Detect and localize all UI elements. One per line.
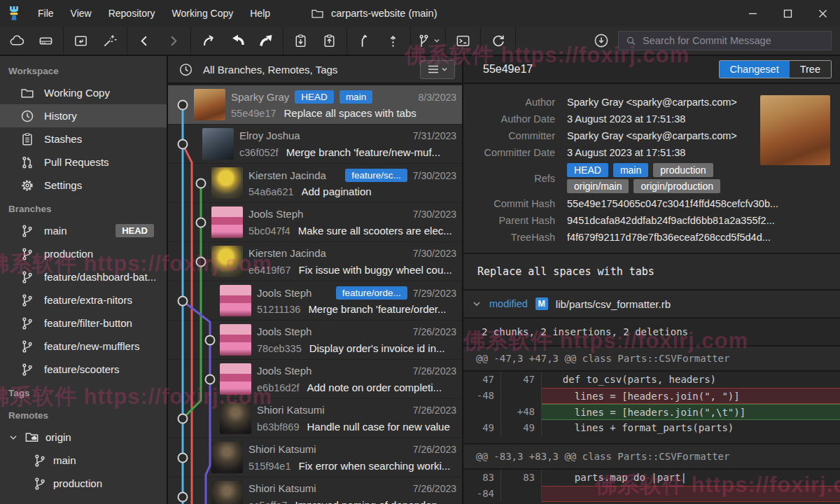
field-label: Author (463, 97, 567, 108)
commit-list-header: All Branches, Remotes, Tags (168, 56, 462, 84)
diff-code: def to_csv(parts, headers) (542, 372, 840, 388)
branch-icon (20, 270, 35, 285)
stash-button[interactable] (286, 29, 315, 52)
commit-short-hash: e6419f67 (248, 265, 290, 276)
ref-badge-feature-sc[interactable]: feature/sc... (345, 169, 407, 182)
drive-button[interactable] (31, 29, 60, 52)
terminal-button[interactable] (449, 29, 477, 52)
commit-search-input[interactable]: Search for Commit Message (618, 31, 832, 50)
create-branch-button[interactable] (350, 29, 379, 52)
commit-date: 7/30/2023 (413, 248, 456, 259)
pull-button[interactable] (223, 29, 251, 52)
branch-item-feature-dashboard-bat[interactable]: feature/dashboard-bat... (0, 265, 167, 288)
search-placeholder: Search for Commit Message (643, 35, 771, 46)
ref-badge-main[interactable]: main (613, 163, 648, 177)
ref-badge-origin-main[interactable]: origin/main (567, 179, 629, 193)
commit-detail-panel: 55e49e17 Changeset Tree AuthorSparky Gra… (463, 56, 840, 504)
commit-author: Kiersten Jacinda (248, 247, 326, 259)
close-button[interactable] (805, 0, 840, 27)
sidebar-item-stashes[interactable]: Stashes (0, 127, 167, 150)
commit-message: Add note on order completi... (307, 382, 442, 393)
window-controls (735, 0, 840, 27)
menu-help[interactable]: Help (241, 1, 279, 25)
app-logo-icon (7, 5, 21, 22)
ref-badge-head[interactable]: HEAD (567, 163, 608, 177)
branch-icon (20, 293, 35, 308)
ref-badge-production[interactable]: production (653, 163, 713, 177)
branch-label: feature/dashboard-bat... (44, 271, 156, 283)
changed-file-row[interactable]: modified M lib/parts/csv_formatter.rb (463, 290, 840, 318)
refs-label: Refs (463, 173, 567, 184)
menu-repository[interactable]: Repository (100, 1, 164, 25)
sidebar-item-history[interactable]: History (0, 104, 167, 127)
branch-item-feature-new-mufflers[interactable]: feature/new-mufflers (0, 335, 167, 358)
diff-stats: 2 chunks, 2 insertions, 2 deletions (463, 318, 840, 346)
commit-row[interactable]: Elroy Joshua7/31/2023c36f052fMerge branc… (168, 125, 462, 163)
unstash-button[interactable] (315, 29, 344, 52)
diff-line: 8383 parts.map do |part| (463, 470, 840, 486)
chevron-down-icon (472, 299, 482, 309)
back-button[interactable] (130, 29, 159, 52)
workspace-header: Workspace (0, 59, 167, 81)
download-circle-button[interactable] (593, 32, 610, 49)
view-mode-switch: Changeset Tree (719, 60, 832, 78)
ref-badge-head[interactable]: HEAD (295, 90, 334, 104)
commit-row[interactable]: Sparky GrayHEADmain8/3/202355e49e17Repla… (168, 85, 462, 124)
list-options-button[interactable] (420, 60, 455, 79)
commit-short-hash: c36f052f (239, 147, 279, 158)
git-flow-button[interactable] (414, 29, 442, 52)
commit-row[interactable]: Jools Steph7/30/20235bc047f4Make sure al… (168, 203, 462, 241)
modified-badge: M (536, 298, 548, 310)
remote-origin[interactable]: origin (0, 426, 167, 449)
sidebar-item-settings[interactable]: Settings (0, 174, 167, 197)
remote-branch-production[interactable]: production (0, 472, 167, 495)
branch-filter-label[interactable]: All Branches, Remotes, Tags (203, 64, 337, 76)
sidebar-item-working-copy[interactable]: Working Copy (0, 81, 167, 104)
cloud-button[interactable] (3, 29, 31, 52)
field-label: Committer (463, 130, 567, 141)
old-line-number: 49 (463, 420, 501, 436)
open-repo-button[interactable] (66, 29, 95, 52)
push-button[interactable] (251, 29, 280, 52)
sidebar-item-pull-requests[interactable]: Pull Requests (0, 150, 167, 174)
push-commit-button[interactable] (379, 29, 407, 52)
fetch-button[interactable] (194, 29, 223, 52)
commit-row[interactable]: Kiersten Jacindafeature/sc...7/30/202354… (168, 164, 462, 202)
commit-short-hash: b63bf869 (257, 421, 299, 433)
ref-badge-main[interactable]: main (340, 90, 372, 104)
commit-row[interactable]: Shiori Katsumi7/26/2023b63bf869Handle nu… (168, 399, 462, 438)
commit-row[interactable]: Jools Stephfeature/orde...7/29/202351211… (168, 281, 462, 320)
sidebar-item-label: Stashes (44, 133, 82, 145)
branch-item-feature-scooters[interactable]: feature/scooters (0, 358, 167, 381)
commit-row[interactable]: Shiori Katsumi7/26/2023ac5effe7Improved … (168, 477, 462, 504)
branch-item-production[interactable]: production (0, 242, 167, 265)
menu-working-copy[interactable]: Working Copy (164, 1, 242, 25)
commit-date: 7/26/2023 (413, 405, 456, 416)
branch-item-feature-filter-button[interactable]: feature/filter-button (0, 312, 167, 335)
commit-row[interactable]: Shiori Katsumi7/26/2023515f94e1Fix error… (168, 438, 462, 477)
quick-launch-button[interactable] (95, 29, 124, 52)
menu-view[interactable]: View (62, 1, 100, 25)
commit-date: 7/26/2023 (413, 483, 456, 494)
commit-row[interactable]: Kiersten Jacinda7/30/2023e6419f67Fix iss… (168, 242, 462, 281)
refs-row: Refs HEADmainproduction origin/mainorigi… (463, 161, 840, 195)
branch-item-main[interactable]: mainHEAD (0, 219, 167, 242)
tab-changeset[interactable]: Changeset (720, 61, 790, 78)
commit-row[interactable]: Jools Steph7/26/2023e6b16d2fAdd note on … (168, 360, 462, 398)
menu-file[interactable]: File (29, 1, 62, 25)
commit-author: Sparky Gray (231, 91, 289, 103)
ref-badge-origin-production[interactable]: origin/production (634, 179, 720, 193)
minimize-button[interactable] (735, 0, 770, 27)
commit-row[interactable]: Jools Steph7/26/202378ceb335Display orde… (168, 321, 462, 359)
forward-button[interactable] (159, 29, 188, 52)
maximize-button[interactable] (770, 0, 805, 27)
branch-icon (20, 316, 35, 331)
sidebar: Workspace Working CopyHistoryStashesPull… (0, 56, 168, 504)
ref-badge-feature-orde[interactable]: feature/orde... (336, 286, 407, 300)
refresh-button[interactable] (484, 29, 512, 52)
tab-tree[interactable]: Tree (790, 61, 831, 78)
detail-short-hash: 55e49e17 (483, 63, 533, 76)
toolbar-groups (0, 27, 516, 55)
remote-branch-main[interactable]: main (0, 449, 167, 472)
branch-item-feature-extra-nitors[interactable]: feature/extra-nitors (0, 288, 167, 312)
